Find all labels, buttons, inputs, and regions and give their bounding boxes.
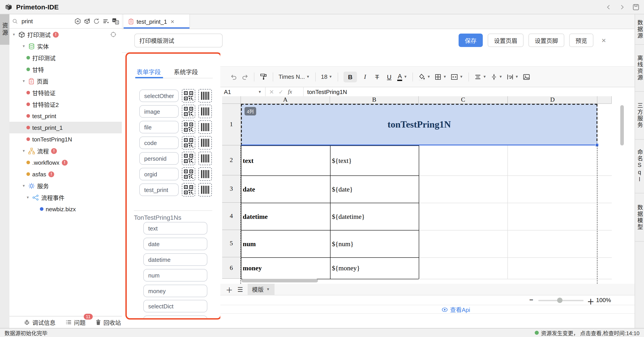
ai-icon[interactable]: AI [74,18,81,25]
tree-item-流程事件[interactable]: ▾流程事件 [10,192,122,203]
tree-item-test_print[interactable]: test_print [10,110,122,122]
field-chip-orgid[interactable]: orgid [139,168,179,180]
group-field-chip-datetime[interactable]: datetime [143,253,207,266]
merge-cells-button[interactable]: ▼ [450,73,463,80]
format-painter-icon[interactable] [260,73,267,80]
group-field-chip-num[interactable]: num [143,269,207,282]
cell-extra-6[interactable] [598,257,612,279]
cancel-entry-icon[interactable]: ✕ [269,88,274,95]
font-family-select[interactable]: Times N...▼ [278,73,310,80]
field-chip-test_print[interactable]: test_print [139,184,179,196]
tab-close-icon[interactable]: × [171,18,174,25]
cell-C5[interactable] [419,230,508,258]
field-chip-personid[interactable]: personid [139,152,179,165]
bottom-bar-list[interactable]: 问题11 [66,318,86,327]
expand-arrow-icon[interactable]: ▾ [22,184,26,188]
strikethrough-button[interactable]: T [373,73,381,80]
horizontal-scrollbar[interactable] [242,279,318,282]
cell-D3[interactable] [508,175,598,203]
field-chip-selectOther[interactable]: selectOther [139,89,179,102]
tree-item-服务[interactable]: ▾服务 [10,180,122,192]
formula-input[interactable]: tonTestPring1N [304,88,347,95]
field-chip-image[interactable]: image [139,105,179,118]
translate-icon[interactable]: En文 [112,18,119,25]
field-chip-file[interactable]: file [139,121,179,133]
sheet-tab-menu-icon[interactable]: ▼ [266,287,270,291]
qr-code-button-test_print[interactable] [182,183,195,196]
nav-back-icon[interactable] [606,4,612,10]
tree-item-实体[interactable]: ▾实体 [10,40,122,52]
set-page-header-button[interactable]: 设置页眉 [488,33,524,47]
row-header-3[interactable]: 3 [222,175,241,203]
barcode-button-image[interactable] [198,105,212,118]
cell-A2[interactable]: text [241,145,330,176]
qr-code-button-orgid[interactable] [182,167,195,181]
tree-item-甘特[interactable]: 甘特 [10,63,122,75]
expand-arrow-icon[interactable]: ▾ [26,195,30,200]
insert-image-button[interactable] [523,73,530,80]
barcode-button-test_print[interactable] [198,183,212,196]
cell-reference-box[interactable]: A1▼ [220,87,266,96]
cell-extra-3[interactable] [598,175,612,203]
right-rail-item-命名Sql[interactable]: 命名Sql [635,140,644,193]
cell-D2[interactable] [508,145,598,176]
bold-button[interactable]: B [344,71,357,82]
tree-item-打印测试[interactable]: 打印测试 [10,52,122,63]
cell-A3[interactable]: date [241,175,330,203]
column-header-extra[interactable] [598,96,612,104]
row-header-4[interactable]: 4 [222,203,241,230]
undo-icon[interactable] [230,73,237,80]
bottom-bar-trash[interactable]: 回收站 [96,318,121,327]
tree-item-页面[interactable]: ▾页面 [10,75,122,87]
sheet-list-icon[interactable]: ☰ [237,286,243,293]
cell-B2[interactable]: ${text} [330,145,419,176]
add-sheet-icon[interactable]: ＋ [226,284,233,295]
tree-item-流程[interactable]: ▾流程! [10,145,122,157]
tree-item-甘特验证2[interactable]: 甘特验证2 [10,98,122,110]
editor-close-icon[interactable]: × [602,37,606,44]
borders-button[interactable]: ▼ [435,73,447,80]
qr-code-button-file[interactable] [182,120,195,134]
save-button[interactable]: 保存 [458,33,483,47]
fields-tab-系统字段[interactable]: 系统字段 [174,67,198,76]
tree-item-.workflowx[interactable]: .workflowx! [10,157,122,168]
spreadsheet-grid[interactable]: ABCD123456text${text}date${date}datetime… [220,96,634,284]
preview-button[interactable]: 预览 [569,33,594,47]
locate-crosshair-icon[interactable] [110,31,116,37]
horizontal-align-button[interactable]: ▼ [474,73,486,80]
fx-icon[interactable]: fx [288,88,292,95]
row-header-2[interactable]: 2 [222,145,241,175]
cell-A4[interactable]: datetime [241,203,330,231]
qr-code-button-code[interactable] [182,136,195,149]
zoom-out-icon[interactable]: − [529,296,534,304]
barcode-button-selectOther[interactable] [198,89,212,102]
row-header-1[interactable]: 1 [222,104,241,145]
tree-item-甘特验证[interactable]: 甘特验证 [10,87,122,98]
cell-D5[interactable] [508,230,598,258]
column-header-D[interactable]: D [508,96,598,104]
sheet-tab-template[interactable]: 模版▼ [248,284,274,295]
cell-C2[interactable] [419,145,508,176]
group-field-chip-text[interactable]: text [143,222,207,235]
group-field-chip-partial[interactable] [143,316,207,320]
row-header-6[interactable]: 6 [222,257,241,279]
cell-B3[interactable]: ${date} [330,175,419,203]
barcode-button-file[interactable] [198,120,212,134]
cell-D4[interactable] [508,203,598,231]
template-name-input[interactable] [134,33,222,47]
group-field-chip-date[interactable]: date [143,238,207,250]
group-field-chip-selectDict[interactable]: selectDict [143,300,207,312]
cell-C6[interactable] [419,257,508,279]
right-rail-item-离线资源[interactable]: 离线资源 [635,45,644,92]
fields-tab-表单字段[interactable]: 表单字段 [136,67,161,76]
qr-code-button-image[interactable] [182,105,195,118]
barcode-button-orgid[interactable] [198,167,212,181]
barcode-button-code[interactable] [198,136,212,149]
expand-arrow-icon[interactable]: ▾ [22,149,26,153]
vertical-align-button[interactable]: ▼ [490,73,502,80]
right-rail-item-三方服务[interactable]: 三方服务 [635,92,644,140]
grid-corner-cell[interactable] [222,96,241,104]
tree-item-tonTestPring1N[interactable]: tonTestPring1N [10,133,122,145]
underline-button[interactable]: U [385,73,393,80]
tree-item-asfas[interactable]: asfas! [10,168,122,180]
